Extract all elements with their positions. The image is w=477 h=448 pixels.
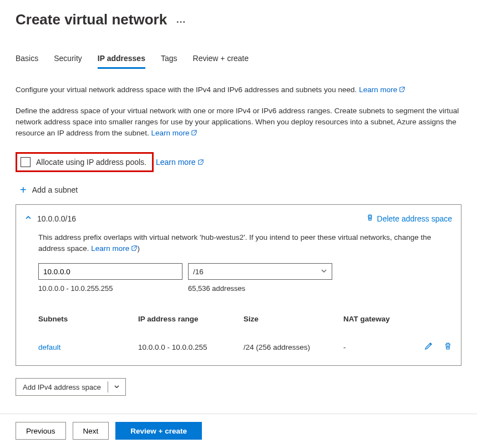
learn-more-text-1: Learn more [359,85,397,94]
allocate-pools-checkbox[interactable] [21,157,31,167]
footer-actions: Previous Next Review + create [0,414,477,448]
tab-tags[interactable]: Tags [161,51,177,69]
col-header-subnets: Subnets [38,315,138,323]
tab-basics[interactable]: Basics [16,51,38,69]
allocate-pools-label: Allocate using IP address pools. [36,158,146,167]
learn-more-link-2[interactable]: Learn more [151,129,197,137]
address-inputs-row: /16 [38,263,452,280]
edit-subnet-button[interactable] [424,342,433,352]
closing-paren: ) [137,244,140,253]
external-link-icon [399,84,405,90]
trash-icon [366,214,374,223]
learn-more-text-3: Learn more [156,158,196,167]
tab-security[interactable]: Security [54,51,82,69]
add-subnet-label: Add a subnet [32,185,78,194]
learn-more-link-3[interactable]: Learn more [156,158,204,167]
add-subnet-button[interactable]: + Add a subnet [20,185,461,194]
subnet-range: 10.0.0.0 - 10.0.0.255 [138,343,243,351]
address-space-card: 10.0.0.0/16 Delete address space This ad… [16,204,461,366]
add-address-space-label: Add IPv4 address space [16,383,108,391]
address-space-header: 10.0.0.0/16 Delete address space [25,214,452,223]
delete-address-space-button[interactable]: Delete address space [366,214,452,223]
page-title-text: Create virtual network [16,11,167,28]
external-link-icon [198,158,204,163]
col-header-size: Size [243,315,343,323]
tab-ip-addresses[interactable]: IP addresses [98,51,145,69]
add-address-space-button[interactable]: Add IPv4 address space [16,378,126,396]
intro-paragraph-2: Define the address space of your virtual… [16,105,461,139]
external-link-icon [191,128,197,133]
tabs-row: Basics Security IP addresses Tags Review… [16,51,461,69]
address-ip-input[interactable] [38,263,182,280]
address-count-text: 65,536 addresses [188,284,245,293]
address-prefix-value: /16 [193,268,204,276]
intro1-text: Configure your virtual network address s… [16,85,357,94]
subnet-table-row: default 10.0.0.0 - 10.0.0.255 /24 (256 a… [38,328,452,355]
previous-button[interactable]: Previous [16,422,66,440]
plus-icon: + [20,186,27,194]
address-range-text: 10.0.0.0 - 10.0.255.255 [38,284,188,293]
delete-subnet-button[interactable] [444,342,452,352]
next-button[interactable]: Next [73,422,109,440]
overlap-warning: This address prefix overlaps with virtua… [38,232,452,254]
chevron-down-icon [321,268,327,276]
learn-more-text-4: Learn more [91,244,129,253]
subnet-size: /24 (256 addresses) [243,343,343,351]
learn-more-link-4[interactable]: Learn more [91,244,137,253]
address-range-row: 10.0.0.0 - 10.0.255.255 65,536 addresses [38,284,452,293]
learn-more-text-2: Learn more [151,129,189,137]
col-header-nat: NAT gateway [343,315,415,323]
learn-more-link-1[interactable]: Learn more [359,85,405,94]
external-link-icon [131,243,137,249]
intro2-text: Define the address space of your virtual… [16,107,459,137]
address-space-cidr: 10.0.0.0/16 [37,214,366,223]
col-header-range: IP address range [138,315,243,323]
page-title: Create virtual network … [16,11,461,28]
more-menu-button[interactable]: … [176,14,186,26]
subnet-table: Subnets IP address range Size NAT gatewa… [38,315,452,355]
subnet-nat: - [343,343,415,351]
delete-address-space-label: Delete address space [377,214,452,223]
chevron-down-icon[interactable] [108,383,125,391]
subnet-table-headers: Subnets IP address range Size NAT gatewa… [38,315,452,328]
review-create-button[interactable]: Review + create [115,422,202,440]
subnet-name-link[interactable]: default [38,343,61,351]
intro-paragraph-1: Configure your virtual network address s… [16,84,461,95]
expand-toggle-icon[interactable] [25,214,32,223]
allocate-pools-highlight: Allocate using IP address pools. [16,152,154,172]
tab-review-create[interactable]: Review + create [193,51,249,69]
address-prefix-select[interactable]: /16 [188,263,332,280]
